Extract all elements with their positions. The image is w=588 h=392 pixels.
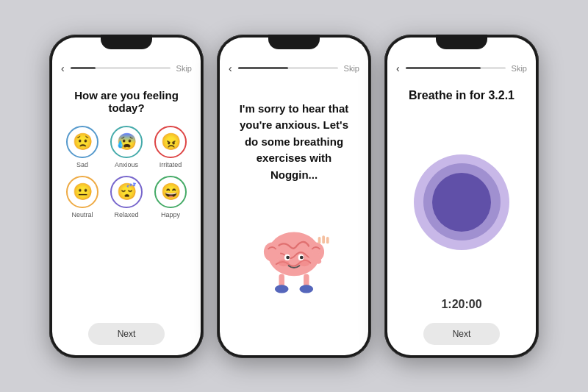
svg-rect-16 bbox=[326, 237, 329, 243]
progress-bar-2 bbox=[238, 67, 338, 69]
notch-2 bbox=[268, 35, 320, 49]
notch-1 bbox=[101, 35, 152, 49]
emoji-item-irritated[interactable]: 😠 Irritated bbox=[152, 126, 189, 168]
progress-bar-3 bbox=[406, 67, 506, 69]
svg-point-3 bbox=[279, 260, 290, 266]
emoji-item-happy[interactable]: 😄 Happy bbox=[152, 176, 189, 218]
noggin-message: I'm sorry to hear that you're anxious. L… bbox=[232, 101, 356, 184]
emoji-label-sad: Sad bbox=[76, 161, 88, 168]
emoji-item-neutral[interactable]: 😐 Neutral bbox=[64, 176, 101, 218]
circle-inner bbox=[432, 173, 491, 232]
brain-mascot bbox=[250, 216, 338, 319]
breathe-title: Breathe in for 3.2.1 bbox=[409, 89, 514, 102]
emoji-anxious: 😰 bbox=[110, 126, 143, 158]
emoji-happy: 😄 bbox=[154, 176, 187, 208]
emoji-label-anxious: Anxious bbox=[115, 161, 138, 168]
back-button-1[interactable]: ‹ bbox=[61, 63, 65, 74]
phone-1: ‹ Skip How are you feeling today? 😟 Sad … bbox=[49, 35, 204, 358]
svg-point-6 bbox=[286, 255, 290, 259]
phone-3: ‹ Skip Breathe in for 3.2.1 1:20:00 Next bbox=[384, 35, 539, 358]
svg-point-11 bbox=[275, 285, 289, 293]
skip-button-3[interactable]: Skip bbox=[512, 64, 527, 73]
emoji-label-happy: Happy bbox=[161, 211, 180, 218]
svg-point-12 bbox=[299, 285, 313, 293]
skip-button-1[interactable]: Skip bbox=[176, 64, 192, 73]
top-nav-3: ‹ Skip bbox=[387, 58, 536, 79]
emoji-item-anxious[interactable]: 😰 Anxious bbox=[108, 126, 145, 168]
screen-content-1: How are you feeling today? 😟 Sad 😰 Anxio… bbox=[52, 79, 201, 355]
svg-rect-14 bbox=[318, 237, 321, 243]
timer-display: 1:20:00 bbox=[441, 298, 481, 311]
progress-fill-3 bbox=[406, 67, 481, 69]
circle-outer bbox=[414, 154, 509, 250]
svg-point-4 bbox=[299, 260, 310, 266]
progress-fill-1 bbox=[71, 67, 96, 69]
top-nav-2: ‹ Skip bbox=[220, 58, 368, 79]
emoji-label-relaxed: Relaxed bbox=[114, 211, 138, 218]
emoji-item-sad[interactable]: 😟 Sad bbox=[64, 126, 101, 168]
svg-point-8 bbox=[300, 255, 304, 259]
mood-question: How are you feeling today? bbox=[64, 89, 189, 114]
breathing-visual bbox=[414, 114, 509, 291]
next-button-1[interactable]: Next bbox=[88, 323, 165, 345]
emoji-label-irritated: Irritated bbox=[159, 161, 182, 168]
back-button-2[interactable]: ‹ bbox=[229, 63, 232, 74]
notch-3 bbox=[436, 35, 487, 49]
brain-svg bbox=[250, 216, 338, 319]
screen-content-2: I'm sorry to hear that you're anxious. L… bbox=[220, 79, 368, 355]
emoji-grid: 😟 Sad 😰 Anxious 😠 Irritated 😐 Neutral bbox=[64, 126, 189, 218]
top-nav-1: ‹ Skip bbox=[52, 58, 201, 79]
emoji-irritated: 😠 bbox=[154, 126, 187, 158]
screen-content-3: Breathe in for 3.2.1 1:20:00 Next bbox=[387, 79, 536, 355]
back-button-3[interactable]: ‹ bbox=[396, 63, 400, 74]
skip-button-2[interactable]: Skip bbox=[344, 64, 359, 73]
emoji-item-relaxed[interactable]: 😴 Relaxed bbox=[108, 176, 145, 218]
progress-fill-2 bbox=[238, 67, 288, 69]
phone-2: ‹ Skip I'm sorry to hear that you're anx… bbox=[217, 35, 371, 358]
emoji-label-neutral: Neutral bbox=[71, 211, 93, 218]
svg-rect-15 bbox=[322, 235, 325, 243]
progress-bar-1 bbox=[71, 67, 171, 69]
svg-point-1 bbox=[264, 242, 280, 261]
emoji-sad: 😟 bbox=[66, 126, 98, 158]
emoji-relaxed: 😴 bbox=[110, 176, 143, 208]
emoji-neutral: 😐 bbox=[66, 176, 98, 208]
circle-middle bbox=[423, 163, 501, 240]
next-button-3[interactable]: Next bbox=[423, 323, 501, 345]
